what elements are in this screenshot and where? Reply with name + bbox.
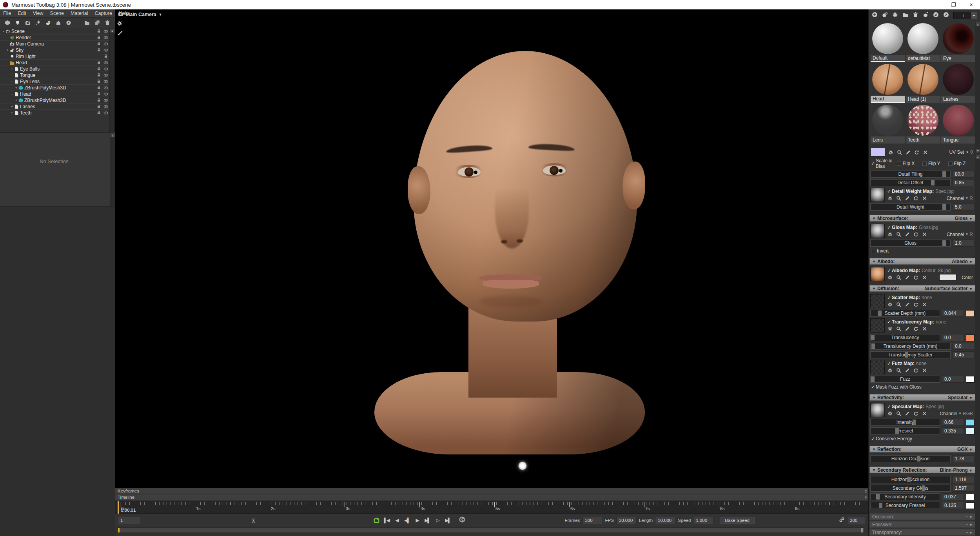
slider-track[interactable]: Translucency Depth (mm) xyxy=(870,343,951,350)
checkbox-checked[interactable]: ✓ xyxy=(887,404,891,409)
tree-row-main-camera[interactable]: Main Camera xyxy=(0,41,110,47)
checkbox-scale-bias[interactable]: ✓Scale & Bias xyxy=(871,158,897,169)
slider-value[interactable]: 0.0 xyxy=(942,376,964,383)
tree-row-lashes[interactable]: +Lashes xyxy=(0,104,110,110)
lock-icon[interactable] xyxy=(97,79,101,84)
settings-button[interactable] xyxy=(887,195,893,201)
material-item[interactable]: Lashes xyxy=(941,63,976,104)
edit-button[interactable] xyxy=(904,195,910,201)
albedo-color-swatch[interactable] xyxy=(939,274,956,281)
edit-button[interactable] xyxy=(904,274,910,280)
tree-expander[interactable]: + xyxy=(10,73,14,77)
checkbox-checked[interactable]: ✓ xyxy=(871,384,875,390)
playhead[interactable] xyxy=(118,501,119,514)
frame-end-input[interactable]: 300 xyxy=(847,517,865,524)
material-item[interactable]: Lens xyxy=(871,104,905,144)
slider-handle[interactable] xyxy=(879,503,882,508)
slider-value[interactable]: 0.0 xyxy=(953,343,975,350)
slider-track[interactable]: Intensity xyxy=(870,419,940,426)
to-end-button[interactable]: ▶▌ xyxy=(443,516,452,524)
lock-icon[interactable] xyxy=(97,73,101,77)
menu-capture[interactable]: Capture xyxy=(95,11,112,16)
length-input[interactable]: 10.000 xyxy=(655,517,675,524)
scroll-up-icon[interactable]: ▲ xyxy=(975,154,980,159)
slider-value[interactable]: 0.85 xyxy=(953,179,975,186)
slider-value[interactable]: 1.78 xyxy=(953,455,975,462)
checkbox-checked[interactable]: ✓ xyxy=(887,189,891,194)
slider-handle[interactable] xyxy=(942,204,946,210)
folder-tool-button[interactable] xyxy=(82,18,92,27)
slider-handle[interactable] xyxy=(913,420,916,425)
slider-value[interactable]: 0.66 xyxy=(942,419,964,426)
checkbox-checked[interactable]: ✓ xyxy=(887,361,891,366)
checkbox-flip-y[interactable]: Flip Y xyxy=(922,161,948,166)
settings-button[interactable] xyxy=(887,367,893,373)
to-start-button[interactable]: ▌◀ xyxy=(382,516,391,524)
slider-value[interactable]: 0.037 xyxy=(942,493,964,500)
lock-icon[interactable] xyxy=(97,92,101,96)
section-header-secondary-reflection[interactable]: ▼Secondary Reflection:Blinn-Phong ▼ xyxy=(869,467,975,473)
section-mode-dropdown[interactable]: Albedo ▼ xyxy=(952,259,973,264)
slider-track[interactable]: Horizon Occlusion xyxy=(870,476,951,483)
new-material-button[interactable] xyxy=(872,12,878,19)
viewport-settings-icon[interactable] xyxy=(117,20,123,28)
window-close-button[interactable]: × xyxy=(962,0,980,9)
checkbox-flip-z[interactable]: Flip Z xyxy=(948,161,974,166)
tree-row-teeth[interactable]: +Teeth xyxy=(0,110,110,116)
section-header-occlusion[interactable]: Occlusion:- ▼ xyxy=(869,513,975,520)
channel-dropdown[interactable]: Channel▼R xyxy=(947,196,975,201)
slider-value[interactable]: 0.0 xyxy=(942,334,964,341)
fps-input[interactable]: 30.000 xyxy=(616,517,637,524)
tree-row-eye-lens[interactable]: -Eye Lens xyxy=(0,78,110,85)
section-header-reflectivity[interactable]: ▼Reflectivity:Specular ▼ xyxy=(869,394,975,401)
play-range-button[interactable]: ▷ xyxy=(433,516,442,524)
trash-tool-button[interactable] xyxy=(102,18,113,27)
tree-row-render[interactable]: Render xyxy=(0,35,110,41)
texture-thumbnail[interactable] xyxy=(870,360,885,374)
tree-expander[interactable]: - xyxy=(10,80,14,84)
scroll-up-icon[interactable]: ▲ xyxy=(110,28,115,33)
edit-button[interactable] xyxy=(904,231,910,237)
slider-track[interactable]: Detail Tiling xyxy=(870,171,951,178)
color-swatch[interactable] xyxy=(966,419,975,426)
slider-track[interactable]: Gloss xyxy=(870,240,951,247)
checkbox-checked[interactable]: ✓ xyxy=(887,319,891,325)
section-header-transparency[interactable]: Transparency:- ▼ xyxy=(869,529,975,536)
lock-icon[interactable] xyxy=(97,98,101,102)
edit-button[interactable] xyxy=(904,302,910,307)
tree-expander[interactable]: - xyxy=(2,29,5,33)
slider-value[interactable]: 1.118 xyxy=(953,476,975,483)
slider-handle[interactable] xyxy=(878,311,882,316)
search-button[interactable] xyxy=(896,231,902,237)
section-header-emissive[interactable]: Emissive:- ▼ xyxy=(869,521,975,528)
tree-row-eye-balls[interactable]: +Eye Balls xyxy=(0,66,110,72)
checkbox-unchecked[interactable] xyxy=(897,162,901,166)
tree-row-zbrushpolymesh3d[interactable]: +ZBrushPolyMesh3D xyxy=(0,97,110,104)
texture-thumbnail[interactable] xyxy=(870,403,885,417)
checkbox-checked[interactable]: ✓ xyxy=(871,436,875,442)
settings-button[interactable] xyxy=(888,149,894,155)
clear-button[interactable] xyxy=(922,274,927,280)
menu-edit[interactable]: Edit xyxy=(18,11,26,16)
eye-icon[interactable] xyxy=(103,79,108,84)
timeline-ruler[interactable]: 0s1s2s3s4s5s6s7s8s9s 0:00.01 xyxy=(115,501,868,514)
viewport-3d[interactable]: Main Camera ▼ xyxy=(115,9,868,488)
section-mode-dropdown[interactable]: Blinn-Phong ▼ xyxy=(940,467,973,473)
material-item[interactable]: Eye xyxy=(941,22,976,63)
slider-handle[interactable] xyxy=(871,335,875,340)
expand-down-icon[interactable]: ▼▼ xyxy=(865,496,867,499)
tree-expander[interactable]: - xyxy=(10,92,14,96)
scissors-icon[interactable]: ✂ xyxy=(250,518,257,523)
search-button[interactable] xyxy=(897,149,902,155)
search-button[interactable] xyxy=(896,326,902,332)
section-mode-dropdown[interactable]: - ▼ xyxy=(966,514,973,520)
viewport-paint-icon[interactable] xyxy=(117,30,123,37)
texture-thumbnail[interactable] xyxy=(870,318,885,333)
lock-icon[interactable] xyxy=(97,67,101,71)
loop-button[interactable] xyxy=(372,516,381,524)
frame-start-input[interactable]: 1 xyxy=(118,517,140,524)
clear-button[interactable] xyxy=(922,231,927,237)
eye-icon[interactable] xyxy=(103,104,108,109)
tree-row-sky[interactable]: +Sky xyxy=(0,47,110,53)
tree-row-head[interactable]: -Head xyxy=(0,60,110,66)
